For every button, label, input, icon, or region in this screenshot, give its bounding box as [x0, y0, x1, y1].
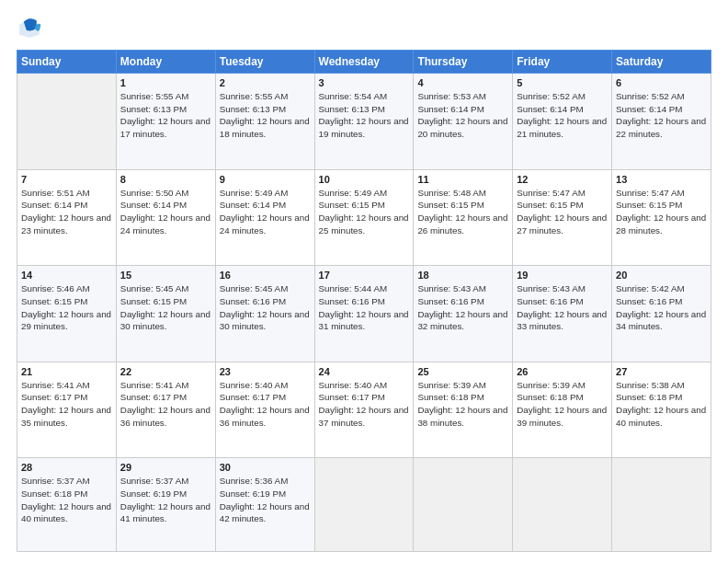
- header-day: Friday: [513, 51, 612, 74]
- day-number: 12: [517, 174, 608, 185]
- header-row: SundayMondayTuesdayWednesdayThursdayFrid…: [17, 51, 711, 74]
- day-info: Sunrise: 5:49 AMSunset: 6:15 PMDaylight:…: [319, 187, 410, 237]
- day-info: Sunrise: 5:37 AMSunset: 6:19 PMDaylight:…: [120, 475, 211, 525]
- day-info: Sunrise: 5:42 AMSunset: 6:16 PMDaylight:…: [616, 282, 707, 333]
- header-day: Wednesday: [314, 51, 414, 74]
- calendar-cell: 22Sunrise: 5:41 AMSunset: 6:17 PMDayligh…: [116, 362, 215, 458]
- header-day: Saturday: [612, 51, 711, 74]
- day-number: 24: [319, 366, 410, 377]
- calendar-cell: 3Sunrise: 5:54 AMSunset: 6:13 PMDaylight…: [314, 74, 414, 170]
- day-info: Sunrise: 5:38 AMSunset: 6:18 PMDaylight:…: [616, 379, 707, 430]
- week-row: 7Sunrise: 5:51 AMSunset: 6:14 PMDaylight…: [17, 169, 711, 266]
- calendar-cell: 30Sunrise: 5:36 AMSunset: 6:19 PMDayligh…: [215, 458, 314, 552]
- day-number: 10: [319, 174, 410, 185]
- day-number: 4: [417, 77, 508, 88]
- calendar-cell: [612, 458, 711, 552]
- calendar-cell: 1Sunrise: 5:55 AMSunset: 6:13 PMDaylight…: [116, 74, 215, 170]
- day-info: Sunrise: 5:52 AMSunset: 6:14 PMDaylight:…: [616, 90, 707, 141]
- calendar-cell: 17Sunrise: 5:44 AMSunset: 6:16 PMDayligh…: [314, 266, 414, 362]
- calendar-cell: 29Sunrise: 5:37 AMSunset: 6:19 PMDayligh…: [116, 458, 215, 552]
- week-row: 14Sunrise: 5:46 AMSunset: 6:15 PMDayligh…: [17, 266, 711, 362]
- calendar-cell: 18Sunrise: 5:43 AMSunset: 6:16 PMDayligh…: [414, 266, 513, 362]
- day-info: Sunrise: 5:47 AMSunset: 6:15 PMDaylight:…: [517, 187, 608, 237]
- week-row: 28Sunrise: 5:37 AMSunset: 6:18 PMDayligh…: [17, 458, 711, 552]
- header-day: Tuesday: [215, 51, 314, 74]
- day-number: 9: [220, 174, 311, 185]
- calendar-cell: [414, 458, 513, 552]
- header-day: Thursday: [414, 51, 513, 74]
- logo-icon: [17, 15, 42, 40]
- day-number: 26: [517, 366, 608, 377]
- day-number: 30: [220, 462, 311, 473]
- day-number: 18: [417, 270, 508, 281]
- day-info: Sunrise: 5:55 AMSunset: 6:13 PMDaylight:…: [120, 90, 211, 141]
- calendar-cell: 9Sunrise: 5:49 AMSunset: 6:14 PMDaylight…: [215, 169, 314, 266]
- day-info: Sunrise: 5:55 AMSunset: 6:13 PMDaylight:…: [220, 90, 311, 141]
- day-info: Sunrise: 5:43 AMSunset: 6:16 PMDaylight:…: [417, 282, 508, 333]
- day-number: 5: [517, 77, 608, 88]
- day-number: 21: [21, 366, 112, 377]
- day-info: Sunrise: 5:45 AMSunset: 6:15 PMDaylight:…: [120, 282, 211, 333]
- calendar-cell: 11Sunrise: 5:48 AMSunset: 6:15 PMDayligh…: [414, 169, 513, 266]
- calendar-cell: 24Sunrise: 5:40 AMSunset: 6:17 PMDayligh…: [314, 362, 414, 458]
- header-day: Sunday: [17, 51, 117, 74]
- day-number: 20: [616, 270, 707, 281]
- day-info: Sunrise: 5:53 AMSunset: 6:14 PMDaylight:…: [417, 90, 508, 141]
- day-number: 15: [120, 270, 211, 281]
- calendar-cell: 26Sunrise: 5:39 AMSunset: 6:18 PMDayligh…: [513, 362, 612, 458]
- day-number: 7: [21, 174, 112, 185]
- calendar-cell: 21Sunrise: 5:41 AMSunset: 6:17 PMDayligh…: [17, 362, 117, 458]
- week-row: 21Sunrise: 5:41 AMSunset: 6:17 PMDayligh…: [17, 362, 711, 458]
- day-info: Sunrise: 5:43 AMSunset: 6:16 PMDaylight:…: [517, 282, 608, 333]
- calendar-cell: 8Sunrise: 5:50 AMSunset: 6:14 PMDaylight…: [116, 169, 215, 266]
- day-number: 16: [220, 270, 311, 281]
- day-info: Sunrise: 5:40 AMSunset: 6:17 PMDaylight:…: [220, 379, 311, 430]
- day-info: Sunrise: 5:41 AMSunset: 6:17 PMDaylight:…: [120, 379, 211, 430]
- calendar-table: SundayMondayTuesdayWednesdayThursdayFrid…: [17, 50, 711, 552]
- day-number: 28: [21, 462, 112, 473]
- day-number: 22: [120, 366, 211, 377]
- day-number: 27: [616, 366, 707, 377]
- day-number: 11: [417, 174, 508, 185]
- calendar-cell: 2Sunrise: 5:55 AMSunset: 6:13 PMDaylight…: [215, 74, 314, 170]
- day-info: Sunrise: 5:37 AMSunset: 6:18 PMDaylight:…: [21, 475, 112, 525]
- day-info: Sunrise: 5:46 AMSunset: 6:15 PMDaylight:…: [21, 282, 112, 333]
- calendar-cell: 10Sunrise: 5:49 AMSunset: 6:15 PMDayligh…: [314, 169, 414, 266]
- logo: [17, 15, 46, 40]
- day-info: Sunrise: 5:44 AMSunset: 6:16 PMDaylight:…: [319, 282, 410, 333]
- day-info: Sunrise: 5:39 AMSunset: 6:18 PMDaylight:…: [417, 379, 508, 430]
- day-number: 29: [120, 462, 211, 473]
- calendar-cell: 27Sunrise: 5:38 AMSunset: 6:18 PMDayligh…: [612, 362, 711, 458]
- calendar-cell: 14Sunrise: 5:46 AMSunset: 6:15 PMDayligh…: [17, 266, 117, 362]
- day-number: 6: [616, 77, 707, 88]
- day-info: Sunrise: 5:39 AMSunset: 6:18 PMDaylight:…: [517, 379, 608, 430]
- day-info: Sunrise: 5:36 AMSunset: 6:19 PMDaylight:…: [220, 475, 311, 525]
- day-info: Sunrise: 5:40 AMSunset: 6:17 PMDaylight:…: [319, 379, 410, 430]
- calendar-cell: 6Sunrise: 5:52 AMSunset: 6:14 PMDaylight…: [612, 74, 711, 170]
- day-number: 1: [120, 77, 211, 88]
- day-info: Sunrise: 5:51 AMSunset: 6:14 PMDaylight:…: [21, 187, 112, 237]
- day-info: Sunrise: 5:47 AMSunset: 6:15 PMDaylight:…: [616, 187, 707, 237]
- calendar-cell: 13Sunrise: 5:47 AMSunset: 6:15 PMDayligh…: [612, 169, 711, 266]
- calendar-cell: [314, 458, 414, 552]
- header-day: Monday: [116, 51, 215, 74]
- calendar-cell: 28Sunrise: 5:37 AMSunset: 6:18 PMDayligh…: [17, 458, 117, 552]
- day-number: 17: [319, 270, 410, 281]
- calendar-cell: 4Sunrise: 5:53 AMSunset: 6:14 PMDaylight…: [414, 74, 513, 170]
- day-info: Sunrise: 5:48 AMSunset: 6:15 PMDaylight:…: [417, 187, 508, 237]
- day-number: 14: [21, 270, 112, 281]
- week-row: 1Sunrise: 5:55 AMSunset: 6:13 PMDaylight…: [17, 74, 711, 170]
- day-info: Sunrise: 5:54 AMSunset: 6:13 PMDaylight:…: [319, 90, 410, 141]
- day-info: Sunrise: 5:49 AMSunset: 6:14 PMDaylight:…: [220, 187, 311, 237]
- calendar-cell: 23Sunrise: 5:40 AMSunset: 6:17 PMDayligh…: [215, 362, 314, 458]
- calendar-cell: 15Sunrise: 5:45 AMSunset: 6:15 PMDayligh…: [116, 266, 215, 362]
- day-number: 23: [220, 366, 311, 377]
- day-info: Sunrise: 5:45 AMSunset: 6:16 PMDaylight:…: [220, 282, 311, 333]
- header: [17, 15, 711, 40]
- calendar-cell: 19Sunrise: 5:43 AMSunset: 6:16 PMDayligh…: [513, 266, 612, 362]
- calendar-cell: [513, 458, 612, 552]
- calendar-cell: 7Sunrise: 5:51 AMSunset: 6:14 PMDaylight…: [17, 169, 117, 266]
- day-number: 8: [120, 174, 211, 185]
- calendar-cell: [17, 74, 117, 170]
- day-number: 19: [517, 270, 608, 281]
